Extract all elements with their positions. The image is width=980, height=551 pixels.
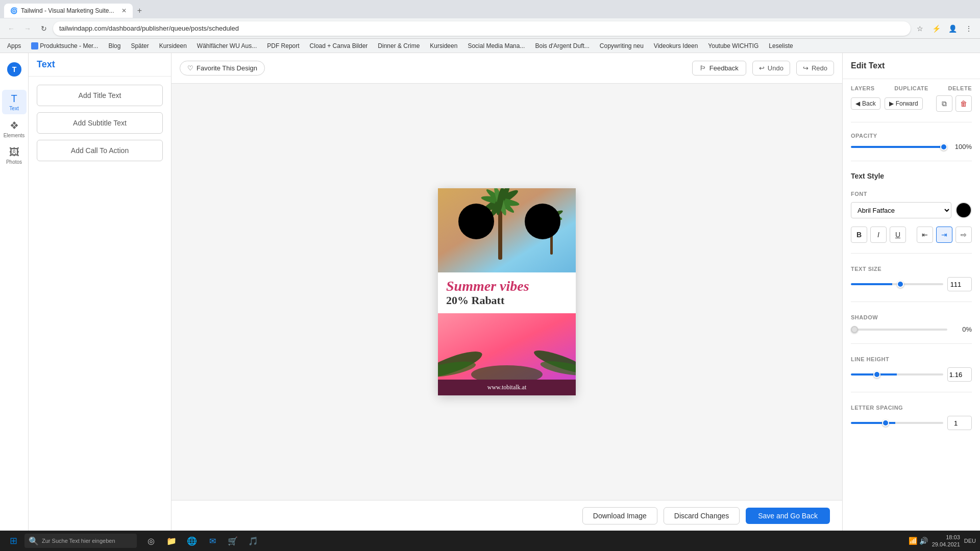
bookmark-waehlf[interactable]: Wählfächer WU Aus... xyxy=(194,41,260,51)
nav-actions: ☆ ⚡ 👤 ⋮ xyxy=(913,21,976,36)
taskbar-store-icon[interactable]: 🛒 xyxy=(225,533,241,549)
tool-photos[interactable]: 🖼 Photos xyxy=(2,143,27,168)
bookmark-bois[interactable]: Bois d'Argent Duft... xyxy=(532,41,592,51)
duplicate-label: DUPLICATE xyxy=(894,85,928,91)
line-height-slider[interactable] xyxy=(851,373,943,375)
bold-btn[interactable]: B xyxy=(851,227,867,243)
shadow-value: 0% xyxy=(951,325,972,333)
download-btn[interactable]: Download Image xyxy=(582,507,657,524)
right-panel-title: Edit Text xyxy=(851,61,972,70)
design-footer: www.tobitalk.at xyxy=(438,380,576,395)
bookmark-social[interactable]: Social Media Mana... xyxy=(464,41,528,51)
tab-close-btn[interactable]: ✕ xyxy=(121,7,127,14)
elements-tool-icon: ❖ xyxy=(10,119,19,132)
tab-bar: 🌀 Tailwind - Visual Marketing Suite... ✕… xyxy=(0,0,980,18)
letter-spacing-input[interactable] xyxy=(947,416,972,430)
text-style-label: Text Style xyxy=(851,172,884,180)
bookmark-lese[interactable]: Leseliste xyxy=(766,41,796,51)
bookmark-canva[interactable]: Cload + Canva Bilder xyxy=(307,41,371,51)
system-tray-icons: 📶 🔊 xyxy=(909,537,928,545)
forward-nav-btn[interactable]: → xyxy=(20,21,35,36)
align-right-btn[interactable]: ⇨ xyxy=(955,227,972,243)
black-circle-right xyxy=(525,204,560,239)
bookmark-video[interactable]: Videokurs Ideen xyxy=(651,41,701,51)
taskbar-cortana-icon[interactable]: ◎ xyxy=(143,533,159,549)
extension-btn[interactable]: ⚡ xyxy=(929,21,943,36)
layers-label: LAYERS xyxy=(851,85,875,91)
line-height-input[interactable] xyxy=(947,367,972,382)
align-center-btn[interactable]: ⇥ xyxy=(936,227,952,243)
undo-btn[interactable]: ↩ Undo xyxy=(752,61,790,76)
back-arrow-icon: ◀ xyxy=(855,100,860,107)
add-cta-btn[interactable]: Add Call To Action xyxy=(37,140,163,161)
italic-btn[interactable]: I xyxy=(870,227,887,243)
bookmark-favicon xyxy=(31,42,38,49)
taskbar-clock[interactable]: 18:03 29.04.2021 xyxy=(932,534,960,548)
design-summer-text[interactable]: Summer vibes xyxy=(446,279,568,294)
reload-nav-btn[interactable]: ↻ xyxy=(37,21,51,36)
favorite-btn[interactable]: ♡ Favorite This Design xyxy=(180,61,265,76)
tool-text[interactable]: T Text xyxy=(2,90,27,114)
text-size-input[interactable] xyxy=(947,277,972,291)
duplicate-btn[interactable]: ⧉ xyxy=(936,95,952,112)
bookmark-youtube[interactable]: Youtube WICHTIG xyxy=(705,41,762,51)
letter-spacing-slider[interactable] xyxy=(851,422,943,424)
bookmark-kursideen[interactable]: Kursideen xyxy=(156,41,190,51)
undo-icon: ↩ xyxy=(759,64,765,72)
bottom-bar: Download Image Discard Changes Save and … xyxy=(172,500,842,531)
bookmark-blog[interactable]: Blog xyxy=(105,41,124,51)
active-tab[interactable]: 🌀 Tailwind - Visual Marketing Suite... ✕ xyxy=(4,4,133,18)
tool-elements[interactable]: ❖ Elements xyxy=(2,116,27,141)
font-color-swatch[interactable] xyxy=(955,202,972,218)
design-rabatt-text[interactable]: 20% Rabatt xyxy=(446,294,568,307)
address-bar[interactable] xyxy=(53,21,911,36)
text-size-slider[interactable] xyxy=(851,283,943,285)
font-section: FONT Abril Fatface xyxy=(851,189,972,218)
forward-layer-btn[interactable]: ▶ Forward xyxy=(885,97,923,110)
new-tab-btn[interactable]: + xyxy=(133,4,147,18)
taskbar-search-box[interactable]: 🔍 Zur Suche Text hier eingeben xyxy=(24,534,137,548)
add-subtitle-btn[interactable]: Add Subtitle Text xyxy=(37,112,163,134)
underline-btn[interactable]: U xyxy=(890,227,906,243)
delete-label: DELETE xyxy=(948,85,972,91)
bookmark-produktsuche[interactable]: Produktsuche - Mer... xyxy=(28,41,101,51)
profile-btn[interactable]: 👤 xyxy=(945,21,960,36)
delete-btn[interactable]: 🗑 xyxy=(955,95,972,112)
menu-btn[interactable]: ⋮ xyxy=(962,21,976,36)
app: T T Text ❖ Elements 🖼 Photos Text Add Ti… xyxy=(0,53,980,531)
add-title-btn[interactable]: Add Title Text xyxy=(37,85,163,106)
tab-title: Tailwind - Visual Marketing Suite... xyxy=(21,7,114,14)
bookmark-spaeter[interactable]: Später xyxy=(128,41,152,51)
redo-icon: ↪ xyxy=(803,64,808,72)
divider-5 xyxy=(851,343,972,344)
shadow-slider[interactable] xyxy=(851,329,947,331)
taskbar-music-icon[interactable]: 🎵 xyxy=(245,533,261,549)
heart-icon: ♡ xyxy=(187,64,193,72)
font-select[interactable]: Abril Fatface xyxy=(851,202,951,218)
canvas-area[interactable]: Summer vibes 20% Rabatt xyxy=(172,84,842,500)
bookmark-apps[interactable]: Apps xyxy=(4,41,24,51)
back-layer-btn[interactable]: ◀ Back xyxy=(851,97,880,110)
windows-start-btn[interactable]: ⊞ xyxy=(4,532,22,550)
save-btn[interactable]: Save and Go Back xyxy=(746,508,830,524)
taskbar-pinned-icons: ◎ 📁 🌐 ✉ 🛒 🎵 xyxy=(143,533,261,549)
taskbar-browser-icon[interactable]: 🌐 xyxy=(184,533,200,549)
redo-btn[interactable]: ↪ Redo xyxy=(796,61,834,76)
opacity-slider[interactable] xyxy=(851,146,947,148)
bookmark-copy[interactable]: Copywriting neu xyxy=(597,41,647,51)
taskbar-files-icon[interactable]: 📁 xyxy=(163,533,180,549)
bookmark-btn[interactable]: ☆ xyxy=(913,21,927,36)
search-taskbar-icon: 🔍 xyxy=(29,536,39,546)
design-middle-section[interactable]: Summer vibes 20% Rabatt xyxy=(438,272,576,314)
bookmark-dinner[interactable]: Dinner & Crime xyxy=(375,41,423,51)
bookmark-kursideen2[interactable]: Kursideen xyxy=(427,41,460,51)
align-left-btn[interactable]: ⇤ xyxy=(917,227,933,243)
design-canvas[interactable]: Summer vibes 20% Rabatt xyxy=(438,188,576,396)
discard-btn[interactable]: Discard Changes xyxy=(664,507,740,524)
bookmark-pdf[interactable]: PDF Report xyxy=(264,41,302,51)
feedback-btn[interactable]: 🏳 Feedback xyxy=(692,61,746,76)
format-section: B I U ⇤ ⇥ ⇨ xyxy=(851,227,972,243)
taskbar-mail-icon[interactable]: ✉ xyxy=(204,533,220,549)
back-nav-btn[interactable]: ← xyxy=(4,21,18,36)
main-toolbar: ♡ Favorite This Design 🏳 Feedback ↩ Undo… xyxy=(172,53,842,84)
